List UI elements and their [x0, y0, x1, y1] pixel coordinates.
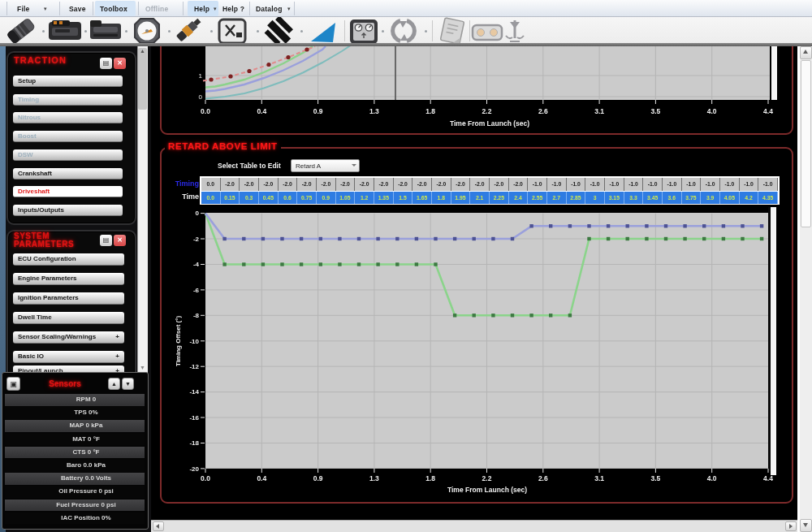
svg-text:0.4: 0.4	[257, 107, 266, 115]
svg-text:4.0: 4.0	[707, 107, 717, 115]
svg-text:0.9: 0.9	[313, 107, 323, 115]
svg-text:-6: -6	[193, 287, 200, 294]
svg-text:Time From Launch (sec): Time From Launch (sec)	[450, 119, 529, 128]
svg-text:1.3: 1.3	[369, 107, 379, 115]
svg-text:1.3: 1.3	[369, 474, 379, 482]
svg-text:1.8: 1.8	[425, 474, 435, 482]
svg-text:1: 1	[199, 72, 203, 80]
svg-text:-12: -12	[189, 363, 199, 370]
svg-text:-10: -10	[189, 338, 199, 345]
svg-text:-18: -18	[189, 439, 199, 447]
svg-text:2.6: 2.6	[538, 474, 548, 482]
svg-text:-20: -20	[189, 465, 199, 473]
svg-text:0.0: 0.0	[201, 474, 210, 482]
svg-text:3.5: 3.5	[650, 107, 660, 115]
svg-text:-16: -16	[189, 414, 199, 422]
svg-text:-8: -8	[193, 312, 200, 319]
svg-text:0: 0	[196, 210, 200, 217]
svg-text:-14: -14	[189, 388, 199, 396]
svg-text:0: 0	[199, 93, 203, 101]
svg-text:0.9: 0.9	[313, 474, 323, 482]
svg-text:4.4: 4.4	[763, 474, 773, 482]
svg-text:0.4: 0.4	[257, 474, 266, 482]
svg-text:2.2: 2.2	[482, 107, 492, 115]
svg-text:-2: -2	[193, 236, 200, 243]
svg-text:3.5: 3.5	[650, 474, 660, 482]
svg-text:2.6: 2.6	[538, 107, 548, 115]
svg-text:3.1: 3.1	[594, 474, 604, 482]
svg-text:3.1: 3.1	[594, 107, 604, 115]
svg-text:-4: -4	[193, 261, 200, 268]
svg-text:0.0: 0.0	[201, 107, 210, 115]
svg-text:4.4: 4.4	[763, 107, 773, 115]
svg-text:Timing Offset (°): Timing Offset (°)	[175, 316, 182, 366]
svg-text:Time From Launch (sec): Time From Launch (sec)	[447, 486, 527, 494]
svg-text:4.0: 4.0	[707, 474, 717, 482]
svg-text:2.2: 2.2	[482, 474, 492, 482]
svg-text:1.8: 1.8	[425, 107, 435, 115]
